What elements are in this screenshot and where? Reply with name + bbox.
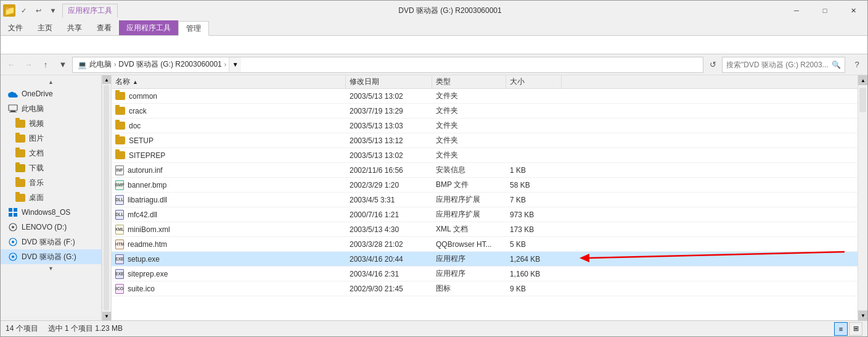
table-row[interactable]: SETUP 2003/5/13 13:12 文件夹: [112, 133, 858, 148]
sidebar-item-dvd-g[interactable]: DVD 驱动器 (G:): [1, 249, 101, 264]
save-quick-btn[interactable]: ✓: [17, 4, 30, 17]
sidebar-item-videos[interactable]: 视频: [1, 116, 101, 131]
table-row[interactable]: HTM readme.htm 2003/3/28 21:02 QQBrowser…: [112, 237, 858, 252]
sidebar-item-lenovo[interactable]: LENOVO (D:): [1, 220, 101, 235]
filelist-scroll-thumb[interactable]: [859, 88, 866, 112]
sidebar-item-dvd-f[interactable]: DVD 驱动器 (F:): [1, 235, 101, 249]
thispc-icon: [8, 104, 18, 114]
table-row[interactable]: EXE siteprep.exe 2003/4/16 2:31 应用程序 1,1…: [112, 267, 858, 281]
lenovo-drive-icon: [8, 222, 18, 232]
file-type-cell: BMP 文件: [432, 178, 506, 193]
address-dropdown-btn[interactable]: ▼: [229, 57, 241, 72]
table-row[interactable]: doc 2003/5/13 13:03 文件夹: [112, 119, 858, 133]
table-row[interactable]: DLL mfc42.dll 2000/7/16 1:21 应用程序扩展 973 …: [112, 207, 858, 222]
sidebar-label-videos: 视频: [29, 119, 44, 129]
close-button[interactable]: ✕: [839, 1, 867, 20]
col-header-name[interactable]: 名称 ▲: [112, 75, 346, 89]
table-row[interactable]: BMP banner.bmp 2002/3/29 1:20 BMP 文件 58 …: [112, 178, 858, 193]
view-detail-btn[interactable]: ≡: [834, 322, 848, 336]
table-row[interactable]: DLL libatriagu.dll 2003/4/5 3:31 应用程序扩展 …: [112, 193, 858, 207]
file-name-cell: XML miniBom.xml: [112, 222, 346, 237]
tab-share[interactable]: 共享: [60, 20, 89, 35]
sidebar-item-desktop[interactable]: 桌面: [1, 190, 101, 205]
status-selected-info: 选中 1 个项目 1.23 MB: [48, 323, 123, 334]
file-size-cell: [506, 104, 562, 119]
ribbon: 文件 主页 共享 查看 应用程序工具 管理: [1, 20, 867, 54]
table-row[interactable]: INF autorun.inf 2002/11/6 16:56 安装信息 1 K…: [112, 163, 858, 178]
tab-app-tools[interactable]: 应用程序工具: [119, 20, 178, 35]
file-date-cell: 2002/11/6 16:56: [346, 163, 432, 178]
file-icon: DLL: [115, 195, 124, 205]
minimize-button[interactable]: ─: [782, 1, 811, 20]
file-icon: [115, 136, 125, 144]
table-row[interactable]: common 2003/5/13 13:02 文件夹: [112, 89, 858, 104]
undo-quick-btn[interactable]: ↩: [31, 4, 45, 17]
help-button[interactable]: ?: [849, 57, 865, 73]
file-name: miniBom.xml: [128, 225, 170, 234]
file-name: suite.ico: [128, 285, 155, 293]
main-area: ▲ OneDrive 此电脑: [1, 75, 867, 320]
sidebar-scrollbar[interactable]: ▲ ▼: [102, 75, 110, 320]
file-size-cell: 973 KB: [506, 207, 562, 222]
file-name: SITEPREP: [129, 151, 165, 160]
nav-recent-button[interactable]: ▼: [55, 57, 71, 73]
tab-view[interactable]: 查看: [89, 20, 119, 35]
col-header-size[interactable]: 大小: [506, 75, 562, 89]
file-size-cell: 58 KB: [506, 178, 562, 193]
search-box[interactable]: 🔍: [722, 57, 845, 73]
tab-home[interactable]: 主页: [30, 20, 60, 35]
windows8-icon: [8, 207, 18, 217]
address-sep1: ›: [114, 61, 116, 68]
table-row[interactable]: XML miniBom.xml 2003/5/13 4:30 XML 文档 17…: [112, 222, 858, 237]
refresh-button[interactable]: ↺: [705, 57, 721, 73]
sidebar-scroll-up-btn[interactable]: ▲: [102, 75, 111, 84]
table-row[interactable]: EXE setup.exe 2003/4/16 20:44 应用程序 1,264…: [112, 252, 858, 267]
status-item-count: 14 个项目: [6, 323, 38, 334]
file-date-cell: 2002/3/29 1:20: [346, 178, 432, 193]
window-title: DVD 驱动器 (G:) R2003060001: [118, 6, 782, 16]
view-large-btn[interactable]: ⊞: [849, 322, 862, 336]
file-icon: [115, 107, 125, 115]
sidebar-item-onedrive[interactable]: OneDrive: [1, 86, 101, 101]
sidebar-scroll-down[interactable]: ▼: [1, 264, 101, 273]
sidebar-item-music[interactable]: 音乐: [1, 175, 101, 190]
maximize-button[interactable]: □: [811, 1, 839, 20]
sidebar-scroll-thumb[interactable]: [104, 85, 109, 310]
address-box[interactable]: 💻 此电脑 › DVD 驱动器 (G:) R2003060001 › ▼: [72, 57, 703, 73]
table-row[interactable]: crack 2003/7/19 13:29 文件夹: [112, 104, 858, 119]
sidebar-scroll-down-btn[interactable]: ▼: [102, 312, 111, 320]
file-size-cell: [506, 119, 562, 133]
filelist-scroll-down-btn[interactable]: ▼: [858, 310, 867, 320]
svg-rect-0: [9, 105, 17, 110]
sidebar-item-windows8[interactable]: Windows8_OS: [1, 205, 101, 220]
filelist-scrollbar[interactable]: ▲ ▼: [858, 75, 867, 320]
nav-up-button[interactable]: ↑: [38, 57, 54, 73]
sidebar-item-documents[interactable]: 文档: [1, 146, 101, 160]
filelist-scroll-up-btn[interactable]: ▲: [858, 75, 867, 85]
col-header-type[interactable]: 类型: [432, 75, 506, 89]
sidebar-item-thispc[interactable]: 此电脑: [1, 101, 101, 116]
sidebar-scroll-up[interactable]: ▲: [1, 78, 101, 86]
tab-file[interactable]: 文件: [1, 20, 30, 35]
file-type-cell: 图标: [432, 281, 506, 296]
file-size-cell: 9 KB: [506, 281, 562, 296]
quick-access-dropdown[interactable]: ▼: [46, 4, 60, 17]
file-name-cell: BMP banner.bmp: [112, 178, 346, 193]
nav-forward-button[interactable]: →: [20, 57, 36, 73]
sidebar-item-pictures[interactable]: 图片: [1, 131, 101, 146]
sidebar-label-music: 音乐: [29, 178, 44, 188]
sidebar-label-downloads: 下载: [29, 163, 44, 173]
col-date-label: 修改日期: [350, 77, 379, 87]
sidebar-item-downloads[interactable]: 下载: [1, 160, 101, 175]
file-name: mfc42.dll: [128, 210, 157, 219]
file-name-cell: common: [112, 89, 346, 104]
table-row[interactable]: SITEPREP 2003/5/13 13:02 文件夹: [112, 148, 858, 163]
file-type-cell: 安装信息: [432, 163, 506, 178]
file-icon: [115, 92, 125, 100]
search-input[interactable]: [726, 60, 829, 69]
table-row[interactable]: ICO suite.ico 2002/9/30 21:45 图标 9 KB: [112, 281, 858, 296]
file-size-cell: 173 KB: [506, 222, 562, 237]
col-header-date[interactable]: 修改日期: [346, 75, 432, 89]
tab-manage[interactable]: 管理: [178, 21, 209, 36]
nav-back-button[interactable]: ←: [3, 57, 19, 73]
